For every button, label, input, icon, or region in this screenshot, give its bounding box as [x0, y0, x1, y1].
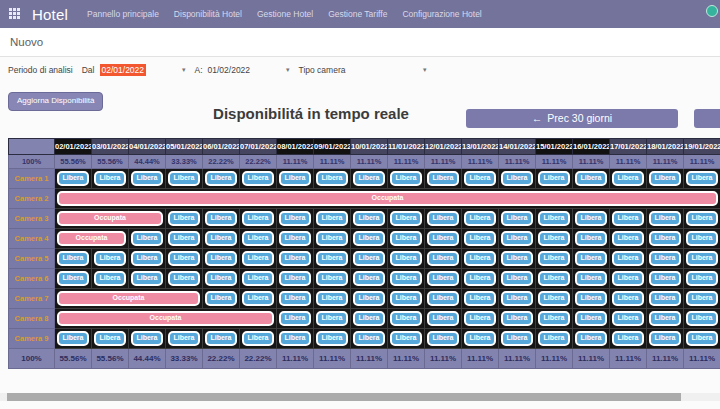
prev-30-days-button[interactable]: ←Prec 30 giorni: [466, 109, 678, 128]
free-cell-button[interactable]: Libera: [686, 231, 718, 246]
free-cell-button[interactable]: Libera: [649, 251, 681, 266]
free-cell-button[interactable]: Libera: [242, 271, 274, 286]
from-date-input[interactable]: 02/01/2022 ▾: [100, 64, 186, 76]
free-cell-button[interactable]: Libera: [686, 271, 718, 286]
free-cell-button[interactable]: Libera: [316, 311, 348, 326]
free-cell-button[interactable]: Libera: [686, 251, 718, 266]
free-cell-button[interactable]: Libera: [686, 331, 718, 346]
free-cell-button[interactable]: Libera: [575, 291, 607, 306]
free-cell-button[interactable]: Libera: [649, 171, 681, 186]
free-cell-button[interactable]: Libera: [390, 271, 422, 286]
free-cell-button[interactable]: Libera: [612, 311, 644, 326]
free-cell-button[interactable]: Libera: [242, 171, 274, 186]
free-cell-button[interactable]: Libera: [316, 231, 348, 246]
free-cell-button[interactable]: Libera: [501, 271, 533, 286]
free-cell-button[interactable]: Libera: [575, 171, 607, 186]
free-cell-button[interactable]: Libera: [538, 291, 570, 306]
free-cell-button[interactable]: Libera: [57, 331, 89, 346]
free-cell-button[interactable]: Libera: [390, 171, 422, 186]
free-cell-button[interactable]: Libera: [94, 331, 126, 346]
free-cell-button[interactable]: Libera: [168, 251, 200, 266]
free-cell-button[interactable]: Libera: [353, 271, 385, 286]
menu-item-disponibilita-hotel[interactable]: Disponibilità Hotel: [174, 9, 242, 19]
free-cell-button[interactable]: Libera: [649, 331, 681, 346]
free-cell-button[interactable]: Libera: [575, 211, 607, 226]
new-button[interactable]: Nuovo: [10, 36, 43, 48]
free-cell-button[interactable]: Libera: [168, 171, 200, 186]
free-cell-button[interactable]: Libera: [57, 171, 89, 186]
free-cell-button[interactable]: Libera: [316, 331, 348, 346]
free-cell-button[interactable]: Libera: [316, 291, 348, 306]
free-cell-button[interactable]: Libera: [353, 331, 385, 346]
menu-item-gestione-hotel[interactable]: Gestione Hotel: [257, 9, 313, 19]
free-cell-button[interactable]: Libera: [205, 171, 237, 186]
free-cell-button[interactable]: Libera: [316, 251, 348, 266]
free-cell-button[interactable]: Libera: [538, 211, 570, 226]
horizontal-scrollbar[interactable]: [0, 393, 720, 401]
free-cell-button[interactable]: Libera: [279, 231, 311, 246]
free-cell-button[interactable]: Libera: [464, 271, 496, 286]
free-cell-button[interactable]: Libera: [427, 231, 459, 246]
free-cell-button[interactable]: Libera: [575, 331, 607, 346]
free-cell-button[interactable]: Libera: [464, 311, 496, 326]
free-cell-button[interactable]: Libera: [501, 171, 533, 186]
free-cell-button[interactable]: Libera: [501, 291, 533, 306]
free-cell-button[interactable]: Libera: [131, 251, 163, 266]
free-cell-button[interactable]: Libera: [316, 211, 348, 226]
free-cell-button[interactable]: Libera: [464, 331, 496, 346]
free-cell-button[interactable]: Libera: [501, 231, 533, 246]
apps-grid-icon[interactable]: [9, 8, 21, 20]
free-cell-button[interactable]: Libera: [612, 231, 644, 246]
free-cell-button[interactable]: Libera: [168, 331, 200, 346]
free-cell-button[interactable]: Libera: [649, 311, 681, 326]
free-cell-button[interactable]: Libera: [390, 311, 422, 326]
free-cell-button[interactable]: Libera: [390, 251, 422, 266]
free-cell-button[interactable]: Libera: [501, 211, 533, 226]
free-cell-button[interactable]: Libera: [57, 271, 89, 286]
free-cell-button[interactable]: Libera: [612, 291, 644, 306]
free-cell-button[interactable]: Libera: [538, 231, 570, 246]
free-cell-button[interactable]: Libera: [612, 331, 644, 346]
free-cell-button[interactable]: Libera: [279, 211, 311, 226]
menu-item-configurazione-hotel[interactable]: Configurazione Hotel: [402, 9, 481, 19]
free-cell-button[interactable]: Libera: [131, 231, 163, 246]
free-cell-button[interactable]: Libera: [538, 251, 570, 266]
free-cell-button[interactable]: Libera: [353, 291, 385, 306]
free-cell-button[interactable]: Libera: [390, 231, 422, 246]
free-cell-button[interactable]: Libera: [168, 231, 200, 246]
free-cell-button[interactable]: Libera: [464, 291, 496, 306]
free-cell-button[interactable]: Libera: [131, 271, 163, 286]
free-cell-button[interactable]: Libera: [353, 311, 385, 326]
free-cell-button[interactable]: Libera: [464, 171, 496, 186]
free-cell-button[interactable]: Libera: [649, 211, 681, 226]
free-cell-button[interactable]: Libera: [427, 251, 459, 266]
free-cell-button[interactable]: Libera: [538, 331, 570, 346]
chevron-down-icon[interactable]: ▾: [423, 66, 427, 74]
free-cell-button[interactable]: Libera: [612, 211, 644, 226]
free-cell-button[interactable]: Libera: [649, 271, 681, 286]
free-cell-button[interactable]: Libera: [686, 291, 718, 306]
free-cell-button[interactable]: Libera: [168, 271, 200, 286]
free-cell-button[interactable]: Libera: [538, 271, 570, 286]
free-cell-button[interactable]: Libera: [205, 291, 237, 306]
free-cell-button[interactable]: Libera: [242, 211, 274, 226]
chevron-down-icon[interactable]: ▾: [182, 66, 186, 74]
free-cell-button[interactable]: Libera: [501, 251, 533, 266]
free-cell-button[interactable]: Libera: [427, 211, 459, 226]
free-cell-button[interactable]: Libera: [649, 291, 681, 306]
free-cell-button[interactable]: Libera: [205, 271, 237, 286]
free-cell-button[interactable]: Libera: [205, 251, 237, 266]
free-cell-button[interactable]: Libera: [612, 171, 644, 186]
free-cell-button[interactable]: Libera: [94, 271, 126, 286]
free-cell-button[interactable]: Libera: [353, 231, 385, 246]
scrollbar-thumb[interactable]: [7, 393, 681, 401]
free-cell-button[interactable]: Libera: [279, 271, 311, 286]
free-cell-button[interactable]: Libera: [57, 251, 89, 266]
free-cell-button[interactable]: Libera: [353, 211, 385, 226]
free-cell-button[interactable]: Libera: [94, 251, 126, 266]
free-cell-button[interactable]: Libera: [390, 211, 422, 226]
free-cell-button[interactable]: Libera: [649, 231, 681, 246]
free-cell-button[interactable]: Libera: [390, 291, 422, 306]
free-cell-button[interactable]: Libera: [427, 271, 459, 286]
menu-item-pannello-principale[interactable]: Pannello principale: [87, 9, 159, 19]
